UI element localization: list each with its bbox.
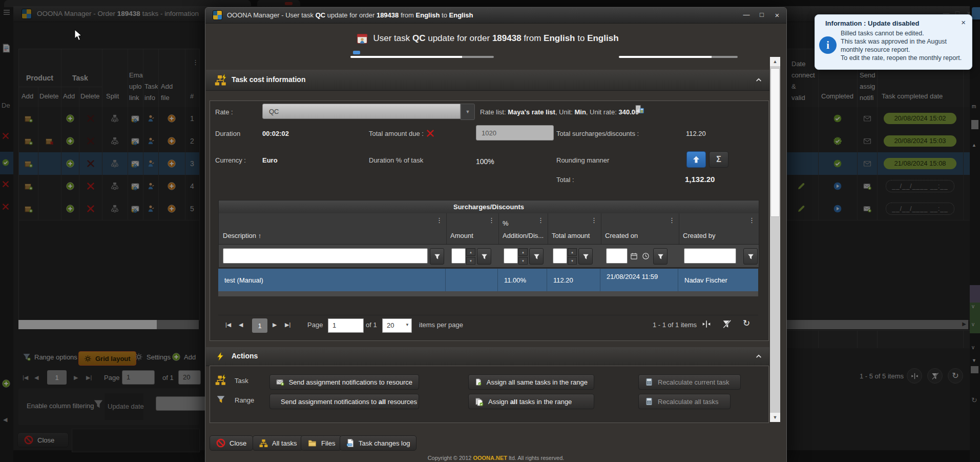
- actions-task-label: Task: [235, 377, 248, 385]
- pager-page-input[interactable]: 1: [328, 318, 364, 333]
- send-notifications-resource-button[interactable]: Send assignment notifications to resourc…: [269, 374, 419, 390]
- cell-pct: 11.00%: [498, 269, 547, 291]
- column-menu-icon[interactable]: ⋮: [591, 216, 597, 224]
- info-icon: i: [819, 36, 837, 54]
- modal-close-button[interactable]: ×: [770, 11, 784, 19]
- modal-window: OOONA Manager - User task QC update for …: [205, 7, 787, 462]
- duration-pct-value: 100%: [476, 157, 494, 166]
- duration-label: Duration: [215, 130, 240, 137]
- total-due-input[interactable]: 1020: [476, 125, 554, 140]
- filter-pct-funnel[interactable]: [529, 248, 544, 265]
- modal-scrollbar[interactable]: ▲ ▼: [770, 57, 780, 422]
- filter-total-input[interactable]: [553, 248, 567, 264]
- rate-list-icon[interactable]: [635, 105, 644, 114]
- files-button[interactable]: Files: [301, 435, 342, 451]
- col-total-amount[interactable]: Total amount: [552, 232, 590, 239]
- surcharges-pager: |◀ ◀ 1 ▶ ▶| Page 1 of 1 20 ▼ items per p…: [218, 315, 758, 336]
- filter-description-input[interactable]: [223, 248, 428, 264]
- actions-range-label: Range: [235, 396, 254, 404]
- assign-same-tasks-button[interactable]: Assign all same tasks in the range: [468, 374, 594, 390]
- filter-amount-spinner[interactable]: ▲▼: [466, 248, 475, 265]
- filter-total-funnel[interactable]: [578, 248, 593, 265]
- column-menu-icon[interactable]: ⋮: [748, 216, 755, 224]
- pager-current[interactable]: 1: [252, 318, 267, 333]
- surcharges-grid-header: ⋮ ⋮ ⋮ ⋮ ⋮ ⋮ Description ↑ Amount % Addit…: [218, 213, 759, 244]
- task-row-icon: [215, 374, 226, 386]
- close-prohibit-icon: [216, 438, 225, 448]
- surcharge-row[interactable]: test (Manual) 11.00% 112.20 21/08/2024 1…: [218, 269, 758, 291]
- actions-section-header[interactable]: Actions: [206, 347, 769, 366]
- modal-close-task-button[interactable]: Close: [210, 435, 253, 451]
- column-adjust-icon[interactable]: [702, 319, 711, 329]
- task-changes-log-button[interactable]: LOG Task changes log: [340, 435, 416, 451]
- filter-created-by-funnel[interactable]: [743, 248, 758, 265]
- toast-line: Billed tasks cannot be edited.: [841, 29, 968, 37]
- cost-section-header[interactable]: Task cost information: [206, 70, 769, 91]
- column-menu-icon[interactable]: ⋮: [537, 216, 544, 224]
- toast-close-icon[interactable]: ×: [961, 18, 966, 27]
- filter-created-by-input[interactable]: [684, 248, 736, 264]
- col-description[interactable]: Description ↑: [223, 232, 261, 239]
- pager-next[interactable]: ▶: [273, 322, 277, 328]
- collapse-section-icon[interactable]: [755, 353, 762, 360]
- pager-prev[interactable]: ◀: [239, 322, 243, 328]
- filter-pct-input[interactable]: [504, 248, 518, 264]
- pager-per-page-select[interactable]: 20 ▼: [382, 318, 412, 333]
- pager-last[interactable]: ▶|: [285, 322, 290, 328]
- pager-first[interactable]: |◀: [225, 322, 231, 328]
- collapse-section-icon[interactable]: [755, 76, 762, 84]
- scroll-down-button[interactable]: ▼: [770, 413, 780, 422]
- assign-task-icon: [475, 378, 482, 386]
- assign-all-tasks-button[interactable]: Assign all tasks in the range: [468, 394, 594, 409]
- filter-amount-input[interactable]: [451, 248, 466, 264]
- filter-created-on-funnel[interactable]: [653, 248, 668, 265]
- send-notification-icon: [276, 378, 284, 386]
- duration-pct-label: Duration % of task: [369, 156, 423, 164]
- recalculate-current-task-button[interactable]: Recalculate current task: [638, 374, 741, 390]
- duration-value: 00:02:02: [262, 130, 289, 137]
- modal-maximize-button[interactable]: □: [755, 11, 768, 18]
- rate-dropdown[interactable]: QC: [262, 104, 461, 119]
- all-tasks-button[interactable]: All tasks: [253, 435, 303, 451]
- filter-clock-button[interactable]: [640, 248, 651, 264]
- cell-created-on: 21/08/2024 11:59: [600, 269, 678, 291]
- rounding-up-button[interactable]: [686, 151, 706, 168]
- filter-description-funnel[interactable]: [430, 248, 444, 265]
- column-menu-icon[interactable]: ⋮: [669, 216, 675, 224]
- cell-amount: [446, 269, 498, 291]
- clear-filter-icon[interactable]: [722, 319, 732, 329]
- cost-section-title: Task cost information: [232, 75, 305, 84]
- column-menu-icon[interactable]: ⋮: [488, 216, 495, 224]
- total-value: 1,132.20: [685, 175, 715, 184]
- send-notifications-all-button[interactable]: Send assignment notifications to all res…: [269, 394, 419, 409]
- modal-titlebar[interactable]: OOONA Manager - User task QC update for …: [205, 8, 786, 24]
- recalculate-all-tasks-button[interactable]: Recalculate all tasks: [638, 394, 731, 409]
- scrollbar-thumb[interactable]: [770, 68, 780, 217]
- currency-label: Currency :: [215, 156, 246, 164]
- filter-created-on-input[interactable]: [606, 248, 628, 264]
- col-pct[interactable]: Addition/Dis...: [503, 232, 547, 239]
- pager-items-label: items per page: [419, 321, 463, 329]
- total-due-warning-icon: [426, 129, 434, 137]
- rate-dropdown-arrow[interactable]: ▼: [461, 104, 475, 120]
- toast-line: This task was approved in the August mon…: [841, 37, 968, 54]
- col-created-on[interactable]: Created on: [605, 232, 638, 239]
- filter-total-spinner[interactable]: ▲▼: [568, 248, 577, 265]
- scroll-up-button[interactable]: ▲: [770, 57, 780, 66]
- filter-calendar-button[interactable]: [628, 248, 639, 264]
- notification-toast[interactable]: Information : Update disabled × i Billed…: [815, 14, 972, 70]
- rounding-sigma-button[interactable]: Σ: [709, 151, 728, 168]
- cost-panel: Rate : QC ▼ Rate list: Maya's rate list,…: [210, 101, 769, 341]
- actions-icon: [216, 350, 224, 363]
- col-amount[interactable]: Amount: [450, 232, 473, 239]
- column-menu-icon[interactable]: ⋮: [436, 216, 443, 224]
- filter-amount-funnel[interactable]: [477, 248, 491, 265]
- user-task-icon: [357, 32, 368, 45]
- log-document-icon: LOG: [346, 438, 355, 448]
- filter-pct-spinner[interactable]: ▲▼: [518, 248, 528, 265]
- range-row-icon: [216, 394, 225, 405]
- refresh-icon[interactable]: ↻: [743, 318, 750, 329]
- modal-minimize-button[interactable]: —: [740, 11, 753, 18]
- col-created-by[interactable]: Created by: [683, 232, 716, 239]
- surcharges-value: 112.20: [686, 130, 706, 137]
